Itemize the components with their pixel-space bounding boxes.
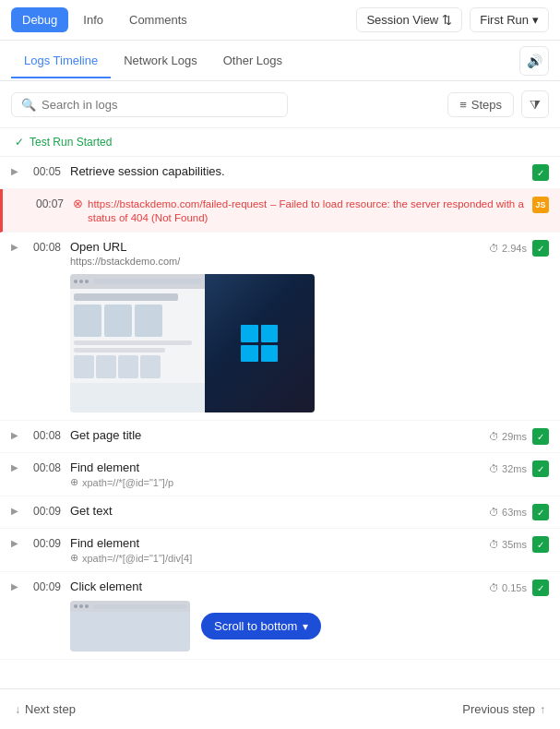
log-duration: ⏱ 2.94s [489,243,527,254]
check-circle-icon: ✓ [15,136,24,149]
log-duration: ⏱ 63ms [489,507,527,518]
status-icon-green: ✓ [532,164,549,181]
previous-step-button[interactable]: Previous step ↑ [462,702,545,716]
expand-icon[interactable]: ▶ [11,538,26,548]
duration-value: 0.15s [502,582,527,593]
expand-icon[interactable]: ▶ [11,242,26,252]
browser-dot [79,280,83,283]
tab-info[interactable]: Info [72,7,114,32]
log-body: Get page title [70,428,482,442]
log-title: Open URL [70,240,482,254]
log-scroll-area: ✓ Test Run Started ▶ 00:05 Retrieve sess… [0,128,560,686]
scroll-to-bottom-button[interactable]: Scroll to bottom ▾ [201,613,321,639]
log-time: 00:09 [33,537,63,550]
log-right: JS [532,197,549,213]
sub-tab-other-logs[interactable]: Other Logs [210,44,295,78]
log-right: ✓ [532,164,549,181]
status-icon-green: ✓ [532,428,549,445]
windows-pane-1 [241,325,258,342]
sub-nav: Logs Timeline Network Logs Other Logs 🔊 [0,41,560,81]
arrow-down-icon: ↓ [15,703,20,716]
steps-lines-icon: ≡ [459,98,467,112]
windows-desktop-mock [205,274,315,412]
error-log-row[interactable]: 00:07 ⊗ https://bstackdemo.com/failed-re… [0,189,560,233]
clock-icon: ⏱ [489,507,499,518]
log-duration: ⏱ 32ms [489,463,527,474]
steps-button[interactable]: ≡ Steps [447,92,514,117]
xpath-icon: ⊕ [70,552,78,564]
browser-content [70,289,205,383]
footer: ↓ Next step Previous step ↑ [0,688,560,729]
browser-dot [85,280,89,283]
first-run-button[interactable]: First Run ▾ [470,7,549,32]
log-title: Get page title [70,428,482,442]
log-row[interactable]: ▶ 00:09 Get text ⏱ 63ms ✓ [0,496,560,529]
error-dash: – [270,198,280,209]
expand-icon[interactable]: ▶ [11,506,26,516]
duration-value: 63ms [502,507,527,518]
log-title: Find element [70,536,482,550]
arrow-up-icon: ↑ [540,703,545,716]
session-view-button[interactable]: Session View ⇅ [356,7,462,32]
log-row[interactable]: ▶ 00:08 Find element ⊕ xpath=//*[@id="1"… [0,453,560,496]
log-right: ⏱ 63ms ✓ [489,504,549,520]
expand-icon[interactable]: ▶ [11,430,26,440]
filter-icon: ⧩ [530,97,541,113]
expand-icon[interactable]: ▶ [11,581,26,592]
log-time: 00:09 [33,505,63,518]
scroll-to-bottom-label: Scroll to bottom [214,619,297,633]
open-url-log-row[interactable]: ▶ 00:08 Open URL https://bstackdemo.com/ [0,233,560,421]
log-xpath: ⊕ xpath=//*[@id="1"]/p [70,476,482,488]
tab-comments[interactable]: Comments [118,7,198,32]
log-body: Open URL https://bstackdemo.com/ [70,240,482,412]
search-box[interactable]: 🔍 [11,92,288,117]
sub-tab-network-logs[interactable]: Network Logs [111,44,209,78]
status-icon-green: ✓ [532,536,549,553]
browser-dot [74,280,77,283]
windows-pane-3 [241,345,258,363]
browser-dot [74,604,77,608]
session-view-label: Session View [366,13,438,27]
log-subtitle: https://bstackdemo.com/ [70,256,482,267]
log-duration: ⏱ 35ms [489,539,527,550]
previous-step-label: Previous step [462,702,535,716]
log-row[interactable]: ▶ 00:09 Find element ⊕ xpath=//*[@id="1"… [0,529,560,572]
windows-logo [241,325,278,362]
log-time: 00:08 [33,461,63,474]
expand-icon[interactable]: ▶ [11,166,26,176]
duration-value: 2.94s [502,243,527,254]
log-title: Find element [70,460,482,474]
log-body: ⊗ https://bstackdemo.com/failed-request … [73,197,525,224]
sub-tab-logs-timeline[interactable]: Logs Timeline [11,44,111,78]
browser-dot [79,604,83,608]
tab-debug[interactable]: Debug [11,7,68,32]
windows-pane-4 [261,345,279,363]
log-body: Retrieve session capabilities. [70,164,525,178]
clock-icon: ⏱ [489,463,499,474]
log-time: 00:05 [33,165,63,178]
next-step-label: Next step [25,702,76,716]
chevron-down-icon: ▾ [303,620,308,633]
duration-value: 32ms [502,463,527,474]
sound-button[interactable]: 🔊 [519,46,549,76]
error-url: https://bstackdemo.com/failed-request [88,198,267,209]
search-input[interactable] [42,98,278,112]
duration-value: 29ms [502,431,527,442]
top-nav: Debug Info Comments Session View ⇅ First… [0,0,560,41]
expand-icon[interactable]: ▶ [11,462,26,472]
status-icon-js: JS [532,197,549,213]
clock-icon: ⏱ [489,582,499,593]
session-view-container: Session View ⇅ First Run ▾ [356,7,549,32]
next-step-button[interactable]: ↓ Next step [15,702,76,716]
log-title: Get text [70,504,482,518]
filter-button[interactable]: ⧩ [521,90,549,118]
log-right: ⏱ 0.15s ✓ [489,580,549,596]
status-icon-green: ✓ [532,460,549,477]
log-xpath: ⊕ xpath=//*[@id="1"]/div[4] [70,552,482,564]
click-element-log-row[interactable]: ▶ 00:09 Click element Scroll to bottom [0,572,560,660]
clock-icon: ⏱ [489,431,499,442]
log-row[interactable]: ▶ 00:05 Retrieve session capabilities. ✓ [0,157,560,189]
log-body: Find element ⊕ xpath=//*[@id="1"]/p [70,460,482,488]
click-screenshot-row: Scroll to bottom ▾ [70,601,482,651]
log-row[interactable]: ▶ 00:08 Get page title ⏱ 29ms ✓ [0,421,560,453]
